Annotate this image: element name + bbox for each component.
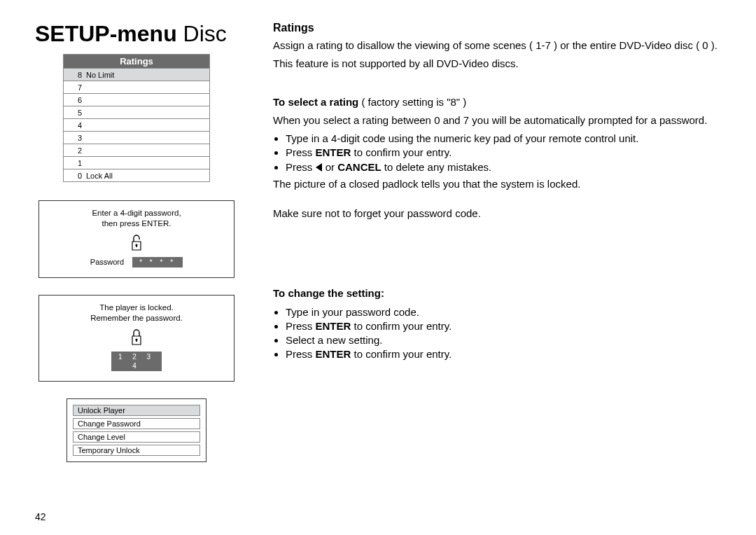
password-field: * * * * <box>132 257 183 268</box>
ratings-row-label: No Limit <box>86 71 114 79</box>
ratings-row: 0 Lock All <box>63 169 210 182</box>
bullet-list: Type in your password code. Press ENTER … <box>273 305 721 362</box>
locked-panel: The player is locked. Remember the passw… <box>38 295 234 382</box>
ratings-row-num: 4 <box>64 121 86 130</box>
ratings-row: 4 <box>63 119 210 132</box>
ratings-row: 1 <box>63 157 210 169</box>
page-title: SETUP-menu Disc <box>35 21 227 46</box>
body-text: Assign a rating to disallow the viewing … <box>273 39 721 53</box>
ratings-menu-header: Ratings <box>63 54 210 69</box>
left-column: Ratings 8 No Limit 7 6 5 4 3 <box>35 54 238 462</box>
right-column: Ratings Assign a rating to disallow the … <box>273 54 728 462</box>
section-heading: Ratings <box>273 22 721 34</box>
ratings-row: 3 <box>63 132 210 144</box>
ratings-row-label: Lock All <box>86 172 113 180</box>
panel-message: The player is locked. Remember the passw… <box>45 303 228 324</box>
options-panel: Unlock Player Change Password Change Lev… <box>66 398 206 462</box>
ratings-row-num: 3 <box>64 134 86 142</box>
option-item: Unlock Player <box>73 405 200 416</box>
password-label: Password <box>90 257 124 267</box>
option-item: Change Level <box>73 431 200 443</box>
enter-password-panel: Enter a 4-digit password, then press ENT… <box>38 200 234 278</box>
ratings-row-num: 8 <box>64 71 86 79</box>
page-title-bold: SETUP-menu <box>35 21 177 46</box>
subheading: To change the setting: <box>273 286 721 300</box>
lock-icon <box>130 328 144 346</box>
bullet-list: Type in a 4-digit code using the numeric… <box>273 132 721 174</box>
svg-rect-3 <box>136 340 137 342</box>
list-item: Press ENTER to confirm your entry. <box>286 146 721 160</box>
body-text: The picture of a closed padlock tells yo… <box>273 177 721 191</box>
body-text: Make sure not to forget your password co… <box>273 207 721 221</box>
svg-rect-1 <box>136 245 137 247</box>
page-title-light: Disc <box>177 21 227 46</box>
page-number: 42 <box>35 511 46 522</box>
option-item: Temporary Unlock <box>73 445 200 456</box>
list-item: Select a new setting. <box>286 333 721 347</box>
list-item: Press ENTER to confirm your entry. <box>286 347 721 361</box>
panel-message: Enter a 4-digit password, then press ENT… <box>45 208 228 229</box>
ratings-row-num: 7 <box>64 83 86 92</box>
left-arrow-icon <box>316 163 322 172</box>
ratings-row: 5 <box>63 106 210 119</box>
ratings-row-num: 6 <box>64 96 86 104</box>
subheading: To select a rating ( factory setting is … <box>273 95 721 109</box>
ratings-row-num: 0 <box>64 172 86 180</box>
ratings-row: 6 <box>63 94 210 106</box>
ratings-row-num: 2 <box>64 146 86 155</box>
ratings-row: 2 <box>63 144 210 157</box>
unlock-icon <box>130 233 144 251</box>
ratings-menu: Ratings 8 No Limit 7 6 5 4 3 <box>63 54 210 182</box>
ratings-row-num: 5 <box>64 109 86 117</box>
ratings-row-num: 1 <box>64 159 86 167</box>
list-item: Press ENTER to confirm your entry. <box>286 319 721 333</box>
list-item: Type in your password code. <box>286 305 721 319</box>
body-text: This feature is not supported by all DVD… <box>273 57 721 71</box>
manual-page: SETUP-menu Disc Ratings 8 No Limit 7 6 5 <box>0 0 756 535</box>
option-item: Change Password <box>73 418 200 429</box>
list-item: Press or CANCEL to delete any mistakes. <box>286 160 721 174</box>
body-text: When you select a rating between 0 and 7… <box>273 113 721 127</box>
list-item: Type in a 4-digit code using the numeric… <box>286 132 721 146</box>
ratings-row: 8 No Limit <box>63 69 210 81</box>
ratings-row: 7 <box>63 81 210 94</box>
password-value: 1 2 3 4 <box>111 352 162 371</box>
